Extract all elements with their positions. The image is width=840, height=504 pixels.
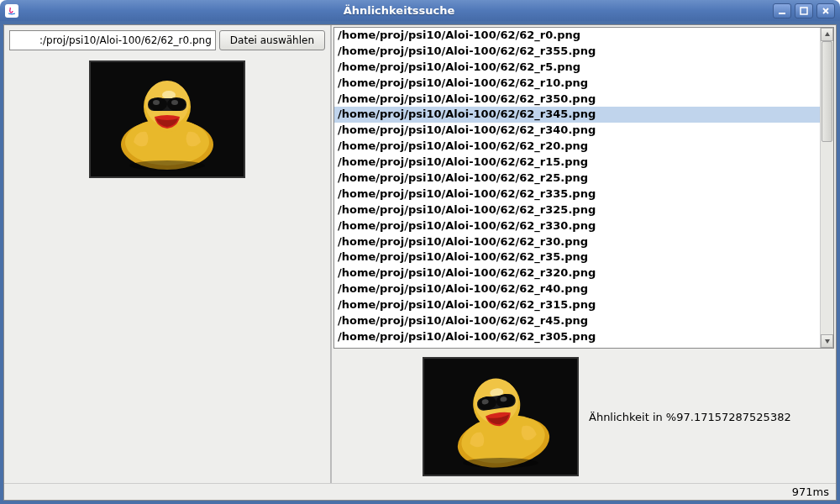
file-path-input[interactable] <box>9 30 216 50</box>
result-item[interactable]: /home/proj/psi10/Aloi-100/62/62_r35.png <box>334 249 820 265</box>
svg-rect-1 <box>801 8 807 14</box>
result-item[interactable]: /home/proj/psi10/Aloi-100/62/62_r345.png <box>334 107 820 123</box>
svg-point-10 <box>153 100 160 105</box>
java-app-icon <box>5 4 18 18</box>
choose-file-button[interactable]: Datei auswählen <box>219 30 325 50</box>
result-item[interactable]: /home/proj/psi10/Aloi-100/62/62_r20.png <box>334 139 820 155</box>
result-item[interactable]: /home/proj/psi10/Aloi-100/62/62_r325.png <box>334 202 820 218</box>
elapsed-time: 971ms <box>792 486 829 498</box>
svg-point-12 <box>129 160 205 171</box>
close-button[interactable] <box>816 3 835 18</box>
result-item[interactable]: /home/proj/psi10/Aloi-100/62/62_r10.png <box>334 76 820 92</box>
titlebar: Ähnlichkeitssuche <box>0 0 840 21</box>
result-item[interactable]: /home/proj/psi10/Aloi-100/62/62_r30.png <box>334 234 820 250</box>
selected-result-image <box>423 357 579 476</box>
result-item[interactable]: /home/proj/psi10/Aloi-100/62/62_r330.png <box>334 218 820 234</box>
left-pane: Datei auswählen <box>4 25 332 483</box>
results-list-container: /home/proj/psi10/Aloi-100/62/62_r0.png/h… <box>333 27 834 349</box>
result-item[interactable]: /home/proj/psi10/Aloi-100/62/62_r320.png <box>334 265 820 281</box>
result-item[interactable]: /home/proj/psi10/Aloi-100/62/62_r335.png <box>334 186 820 202</box>
result-item[interactable]: /home/proj/psi10/Aloi-100/62/62_r45.png <box>334 313 820 329</box>
svg-point-11 <box>171 100 178 105</box>
vertical-scrollbar[interactable] <box>820 28 833 348</box>
result-item[interactable]: /home/proj/psi10/Aloi-100/62/62_r340.png <box>334 123 820 139</box>
result-item[interactable]: /home/proj/psi10/Aloi-100/62/62_r315.png <box>334 297 820 313</box>
right-pane: /home/proj/psi10/Aloi-100/62/62_r0.png/h… <box>332 25 836 483</box>
scroll-up-arrow[interactable] <box>821 28 833 41</box>
result-item[interactable]: /home/proj/psi10/Aloi-100/62/62_r5.png <box>334 60 820 76</box>
selected-result-row: Ähnlichkeit in %97.17157287525382 <box>332 350 836 483</box>
result-item[interactable]: /home/proj/psi10/Aloi-100/62/62_r25.png <box>334 171 820 186</box>
scroll-down-arrow[interactable] <box>821 334 833 348</box>
result-item[interactable]: /home/proj/psi10/Aloi-100/62/62_r15.png <box>334 155 820 171</box>
svg-rect-0 <box>779 13 785 14</box>
result-item[interactable]: /home/proj/psi10/Aloi-100/62/62_r40.png <box>334 281 820 297</box>
result-item[interactable]: /home/proj/psi10/Aloi-100/62/62_r350.png <box>334 92 820 108</box>
result-item[interactable]: /home/proj/psi10/Aloi-100/62/62_r305.png <box>334 329 820 345</box>
status-bar: 971ms <box>4 483 836 500</box>
window-body: Datei auswählen <box>0 21 840 504</box>
maximize-button[interactable] <box>795 3 813 18</box>
scroll-thumb[interactable] <box>822 41 832 142</box>
similarity-label: Ähnlichkeit in %97.17157287525382 <box>589 411 791 423</box>
query-image-preview <box>89 60 245 178</box>
result-item[interactable]: /home/proj/psi10/Aloi-100/62/62_r310.png <box>334 345 820 348</box>
window-title: Ähnlichkeitssuche <box>25 4 773 17</box>
result-item[interactable]: /home/proj/psi10/Aloi-100/62/62_r0.png <box>334 28 820 44</box>
split-pane: Datei auswählen <box>4 25 836 483</box>
svg-point-23 <box>463 458 538 468</box>
result-item[interactable]: /home/proj/psi10/Aloi-100/62/62_r355.png <box>334 44 820 60</box>
file-chooser-row: Datei auswählen <box>9 30 325 50</box>
content-area: Datei auswählen <box>3 24 837 501</box>
results-list[interactable]: /home/proj/psi10/Aloi-100/62/62_r0.png/h… <box>334 28 820 348</box>
minimize-button[interactable] <box>773 3 791 18</box>
